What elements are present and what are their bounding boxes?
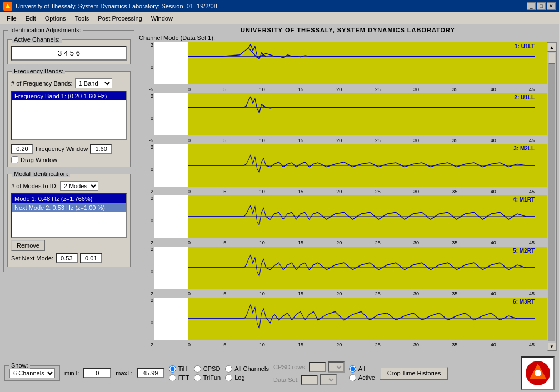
show-label: Show:	[9, 362, 30, 369]
chart-canvas-1: 1: U1LT 051015202530354045	[154, 42, 547, 92]
cpsd-dataset-group: CPSD rows: Data Set:	[273, 361, 345, 385]
menu-options[interactable]: Options	[41, 14, 71, 23]
waveform-5	[188, 247, 535, 289]
show-group: Show: 1 Channel 2 Channels 3 Channels 4 …	[4, 365, 60, 381]
scroll-down-button[interactable]: ▼	[547, 342, 556, 351]
chart-row-6: 2 0 -2 6: M3RT	[139, 298, 547, 348]
chart-xaxis-3: 051015202530354045	[154, 189, 535, 194]
set-next-label: Set Next Mode:	[11, 255, 53, 262]
chart-xaxis-1: 051015202530354045	[154, 87, 535, 92]
maximize-button[interactable]: □	[537, 2, 546, 10]
fft-radio[interactable]	[169, 374, 176, 381]
bottom-panel: Show: 1 Channel 2 Channels 3 Channels 4 …	[0, 354, 559, 392]
cpsd-row-input	[309, 362, 326, 372]
main-content: Identification Adjustments: Active Chann…	[0, 24, 559, 392]
cpsd-row-label: CPSD rows:	[273, 364, 307, 370]
menu-tools[interactable]: Tools	[71, 14, 94, 23]
tihi-radio[interactable]	[169, 365, 176, 373]
channel-mode-label: Channel Mode (Data Set 1):	[139, 34, 557, 41]
trifun-label: TriFun	[203, 374, 221, 381]
num-modes-select[interactable]: 1 Mode 2 Modes 3 Modes	[60, 181, 98, 191]
num-freq-label: # of Frequency Bands:	[11, 80, 73, 87]
scroll-up-button[interactable]: ▲	[547, 43, 556, 52]
tihi-label: TiHi	[178, 365, 189, 372]
num-freq-select[interactable]: 1 Band 2 Bands 3 Bands	[75, 78, 112, 88]
waveform-3	[188, 144, 535, 187]
active-channels-value: 3 4 5 6	[11, 46, 127, 61]
freq-list-item[interactable]: Frequency Band 1: (0.20-1.60 Hz)	[12, 92, 126, 100]
active-channels-group: Active Channels: 3 4 5 6	[7, 39, 131, 64]
right-panel: UNIVERSITY OF THESSALY, SYSTEM DYNAMICS …	[138, 24, 559, 354]
freq-list[interactable]: Frequency Band 1: (0.20-1.60 Hz)	[11, 91, 127, 140]
menu-file[interactable]: File	[2, 14, 21, 23]
chart-canvas-6: 6: M3RT 051015202530354045	[154, 298, 547, 348]
window-title: University of Thessaly, System Dynamics …	[16, 3, 217, 9]
active-channels-label: Active Channels:	[12, 36, 62, 43]
freq-window-max[interactable]	[90, 144, 112, 154]
log-label: Log	[234, 374, 244, 381]
scroll-track	[548, 53, 555, 341]
scroll-thumb[interactable]	[548, 53, 555, 64]
chart-yaxis-5: 2 0 -2	[139, 247, 154, 296]
all-channels-label: All Channels	[234, 365, 269, 372]
charts-scroll[interactable]: 2 0 -5 1: U1LT	[139, 42, 547, 351]
freq-window-min[interactable]	[11, 144, 33, 154]
drag-window-label: Drag Window	[21, 157, 57, 163]
modal-list[interactable]: Mode 1: 0.48 Hz (z=1.766%) Next Mode 2: …	[11, 193, 127, 238]
chart-canvas-5: 5: M2RT 051015202530354045	[154, 247, 547, 296]
dataset-label: Data Set:	[273, 376, 299, 383]
all-channels-radio[interactable]	[225, 365, 232, 373]
main-chart-title: UNIVERSITY OF THESSALY, SYSTEM DYNAMICS …	[139, 27, 557, 33]
remove-button[interactable]: Remove	[11, 240, 45, 251]
radio-group-2: CPSD TriFun	[194, 365, 221, 381]
modal-id-label: Modal Identification:	[12, 170, 70, 177]
chart-row-3: 2 0 -2 3: M2LL	[139, 144, 547, 194]
drag-window-checkbox[interactable]	[11, 156, 18, 163]
modal-list-item-2[interactable]: Next Mode 2: 0.53 Hz (z=1.00 %)	[12, 203, 126, 212]
set-next-val2[interactable]	[80, 253, 102, 263]
radio-group-3: All Channels Log	[225, 365, 269, 381]
chart-yaxis-1: 2 0 -5	[139, 42, 154, 92]
all-radio-label: All	[358, 365, 365, 372]
title-bar: University of Thessaly, System Dynamics …	[0, 0, 559, 12]
chart-yaxis-6: 2 0 -2	[139, 298, 154, 348]
svg-point-9	[535, 370, 541, 376]
num-modes-label: # of Modes to ID:	[11, 183, 58, 189]
svg-marker-0	[5, 3, 11, 8]
maxT-label: maxT:	[116, 370, 132, 376]
set-next-val1[interactable]	[56, 253, 78, 263]
maxT-input[interactable]	[137, 368, 164, 378]
chart-scrollbar[interactable]: ▲ ▼	[547, 42, 557, 351]
modal-list-item-1[interactable]: Mode 1: 0.48 Hz (z=1.766%)	[12, 194, 126, 203]
waveform-6	[188, 298, 535, 340]
channels-select[interactable]: 1 Channel 2 Channels 3 Channels 4 Channe…	[9, 368, 55, 378]
minimize-button[interactable]: _	[527, 2, 536, 10]
chart-yaxis-2: 2 0 -5	[139, 93, 154, 143]
chart-xaxis-4: 051015202530354045	[154, 240, 535, 245]
all-radio[interactable]	[349, 365, 356, 373]
chart-row-4: 2 0 -2 4: M1RT	[139, 195, 547, 245]
waveform-2	[188, 93, 535, 135]
chart-canvas-2: 2: U1LL 051015202530354045	[154, 93, 547, 143]
minT-input[interactable]	[83, 368, 111, 378]
logo-icon	[524, 359, 552, 387]
cpsd-radio[interactable]	[194, 365, 201, 373]
menu-window[interactable]: Window	[147, 14, 177, 23]
freq-window-label: Frequency Window	[36, 145, 88, 152]
charts-area: 2 0 -5 1: U1LT	[139, 42, 557, 351]
menu-edit[interactable]: Edit	[21, 14, 41, 23]
log-radio[interactable]	[225, 374, 232, 381]
menu-post-processing[interactable]: Post Processing	[93, 14, 146, 23]
active-radio[interactable]	[349, 374, 356, 381]
cpsd-row-select	[328, 361, 345, 373]
dataset-select	[320, 374, 337, 385]
trifun-radio[interactable]	[194, 374, 201, 381]
id-adjustments-group: Identification Adjustments: Active Chann…	[3, 30, 134, 272]
crop-time-histories-button[interactable]: Crop Time Histories	[380, 366, 449, 380]
close-button[interactable]: ✕	[547, 2, 556, 10]
chart-xaxis-5: 051015202530354045	[154, 291, 535, 296]
active-radio-label: Active	[358, 374, 375, 381]
chart-xaxis-2: 051015202530354045	[154, 138, 535, 143]
chart-canvas-4: 4: M1RT 051015202530354045	[154, 195, 547, 245]
logo-box	[521, 356, 555, 390]
